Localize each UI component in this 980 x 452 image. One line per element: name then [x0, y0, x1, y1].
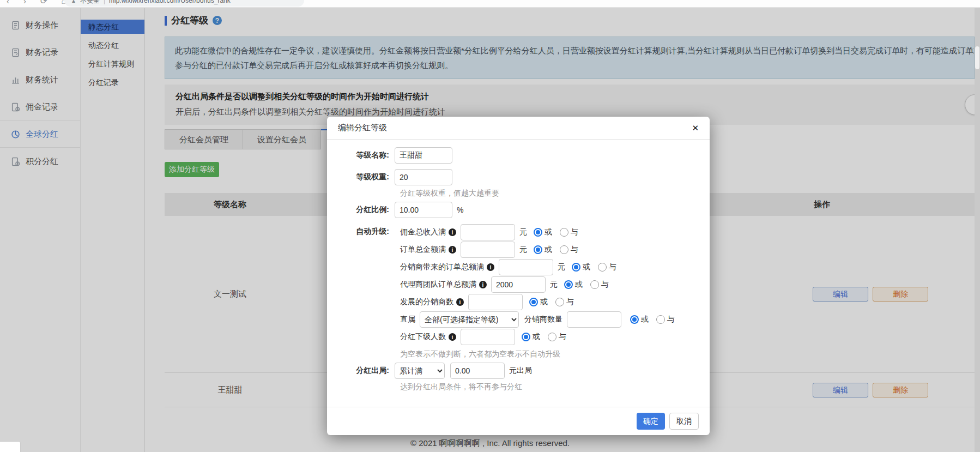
- upgrade-help-text: 为空表示不做判断，六者都为空表示不自动升级: [400, 349, 710, 359]
- dividend-ratio-input[interactable]: [395, 202, 452, 218]
- browser-toolbar: ‹ › ⟳ ⌂ ▲ 不安全 | mip.wixiwixrenxiaol.com/…: [0, 0, 980, 8]
- reload-icon[interactable]: ⟳: [40, 0, 47, 6]
- percent-unit: %: [457, 206, 463, 214]
- commission-total-input[interactable]: [461, 224, 515, 240]
- radio-and[interactable]: 与: [590, 280, 609, 290]
- radio-or[interactable]: 或: [534, 245, 552, 255]
- radio-or[interactable]: 或: [564, 280, 583, 290]
- radio-or[interactable]: 或: [630, 315, 649, 324]
- radio-and[interactable]: 与: [656, 315, 675, 324]
- dividend-out-amount-input[interactable]: [450, 363, 505, 379]
- cancel-button[interactable]: 取消: [669, 413, 699, 430]
- back-icon[interactable]: ‹: [7, 0, 9, 6]
- edit-dividend-level-modal: 编辑分红等级 ✕ 等级名称: 等级权重: 分红等级权重，值越大越重要 分红比例:…: [327, 117, 710, 435]
- scrollbar-track[interactable]: [975, 8, 980, 452]
- distributor-order-total-input[interactable]: [499, 259, 553, 275]
- dividend-subordinates-input[interactable]: [461, 329, 515, 345]
- yuan-unit: 元: [558, 262, 565, 272]
- dividend-ratio-label: 分红比例:: [327, 205, 395, 215]
- radio-or[interactable]: 或: [529, 297, 548, 307]
- confirm-button[interactable]: 确定: [637, 413, 665, 430]
- info-icon[interactable]: i: [449, 333, 456, 341]
- security-label: 不安全: [80, 0, 100, 5]
- direct-label: 直属: [400, 315, 415, 324]
- yuan-unit: 元: [519, 227, 527, 237]
- order-total-input[interactable]: [461, 242, 515, 258]
- radio-and[interactable]: 与: [598, 262, 616, 272]
- order-total-label: 订单总金额满: [400, 245, 446, 255]
- radio-and[interactable]: 与: [548, 332, 566, 342]
- info-icon[interactable]: i: [449, 246, 456, 254]
- commission-total-label: 佣金总收入满: [400, 227, 446, 237]
- radio-or[interactable]: 或: [572, 262, 590, 272]
- level-name-label: 等级名称:: [327, 150, 395, 160]
- agent-team-order-total-input[interactable]: [491, 276, 546, 293]
- weight-help-text: 分红等级权重，值越大越重要: [400, 189, 710, 198]
- yuan-unit: 元: [550, 280, 558, 290]
- radio-and[interactable]: 与: [560, 245, 578, 255]
- browser-status-bubble: [0, 441, 21, 452]
- yuan-unit: 元: [519, 245, 527, 255]
- radio-or[interactable]: 或: [534, 227, 552, 237]
- out-unit: 元出局: [509, 366, 532, 376]
- radio-and[interactable]: 与: [555, 297, 574, 307]
- scrollbar-thumb[interactable]: [975, 46, 979, 69]
- auto-upgrade-label: 自动升级:: [327, 227, 389, 237]
- address-bar[interactable]: ▲ 不安全 | mip.wixiwixrenxiaol.com/User/bon…: [64, 0, 304, 7]
- out-help-text: 达到分红出局条件，将不再参与分红: [400, 382, 710, 392]
- level-weight-label: 等级权重:: [327, 172, 395, 182]
- info-icon[interactable]: i: [479, 281, 487, 288]
- info-icon[interactable]: i: [449, 228, 456, 236]
- auto-upgrade-group: 自动升级: 佣金总收入满 i 元 或 与 订单总金额满 i 元: [327, 224, 710, 359]
- modal-body: 等级名称: 等级权重: 分红等级权重，值越大越重要 分红比例: % 自动升级: …: [327, 140, 710, 392]
- app-root: 财务操作 财务记录 财务统计 佣金记录 全球分红 积分分红 静态分红 动态分红 …: [0, 8, 980, 452]
- info-icon[interactable]: i: [487, 263, 494, 271]
- modal-title: 编辑分红等级: [338, 123, 387, 133]
- direct-level-select[interactable]: 全部(可选择指定等级): [420, 311, 519, 328]
- modal-header: 编辑分红等级 ✕: [327, 117, 710, 140]
- url-text: mip.wixiwixrenxiaol.com/User/bonus_rank: [109, 0, 231, 4]
- info-icon[interactable]: i: [456, 298, 464, 306]
- level-name-input[interactable]: [395, 147, 452, 164]
- dividend-out-mode-select[interactable]: 累计满: [395, 363, 445, 379]
- dividend-subordinates-label: 分红下级人数: [400, 332, 446, 342]
- level-weight-input[interactable]: [395, 169, 452, 185]
- radio-and[interactable]: 与: [560, 227, 578, 237]
- distributor-qty-input[interactable]: [567, 311, 621, 328]
- distributor-qty-label: 分销商数量: [524, 315, 562, 324]
- radio-or[interactable]: 或: [522, 332, 540, 342]
- forward-icon[interactable]: ›: [23, 0, 26, 6]
- not-secure-warning-icon: ▲: [71, 0, 76, 4]
- url-divider: |: [104, 0, 105, 4]
- dividend-out-label: 分红出局:: [327, 366, 395, 376]
- agent-team-order-total-label: 代理商团队订单总额满: [400, 280, 476, 290]
- modal-footer: 确定 取消: [327, 407, 710, 435]
- distributor-order-total-label: 分销商带来的订单总额满: [400, 262, 484, 272]
- developed-distributors-input[interactable]: [468, 294, 523, 310]
- developed-distributors-label: 发展的分销商数: [400, 297, 453, 307]
- close-icon[interactable]: ✕: [692, 123, 699, 133]
